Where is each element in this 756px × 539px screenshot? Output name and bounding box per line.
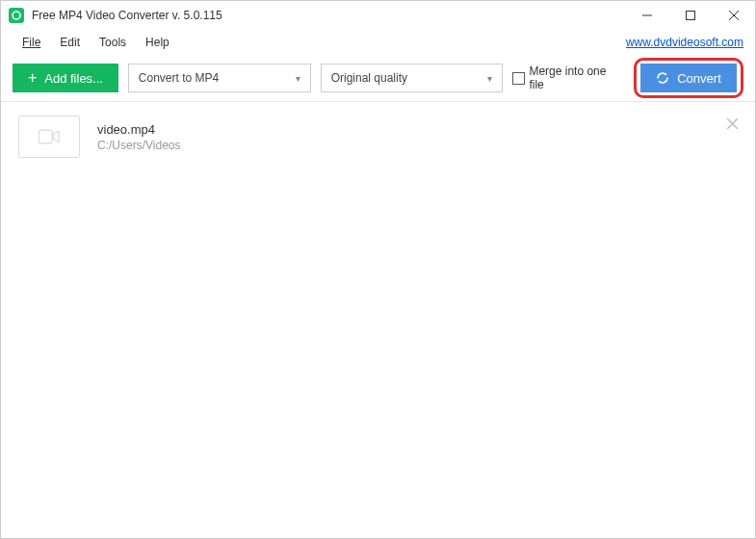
titlebar: Free MP4 Video Converter v. 5.0.115 <box>1 1 755 30</box>
file-thumbnail <box>18 116 80 158</box>
video-icon <box>39 129 60 144</box>
app-icon <box>9 8 24 23</box>
convert-label: Convert <box>677 71 721 86</box>
merge-checkbox-wrap[interactable]: Merge into one file <box>512 64 624 91</box>
file-list: video.mp4 C:/Users/Videos <box>1 101 755 171</box>
add-files-label: Add files... <box>44 71 103 86</box>
maximize-icon <box>686 11 695 20</box>
svg-rect-5 <box>39 130 52 143</box>
window-controls <box>625 1 755 30</box>
close-icon <box>727 118 738 129</box>
convert-button[interactable]: Convert <box>640 64 737 92</box>
remove-file-button[interactable] <box>727 116 738 133</box>
file-name: video.mp4 <box>97 122 180 137</box>
toolbar: + Add files... Convert to MP4 ▾ Original… <box>1 55 755 101</box>
maximize-button[interactable] <box>668 1 712 30</box>
add-files-button[interactable]: + Add files... <box>13 64 118 92</box>
merge-checkbox-label: Merge into one file <box>529 64 624 91</box>
close-icon <box>729 11 739 20</box>
menu-tools[interactable]: Tools <box>90 32 136 53</box>
menubar: File Edit Tools Help www.dvdvideosoft.co… <box>1 30 755 55</box>
format-dropdown[interactable]: Convert to MP4 ▾ <box>128 64 311 92</box>
chevron-down-icon: ▾ <box>487 73 492 84</box>
file-row[interactable]: video.mp4 C:/Users/Videos <box>1 102 755 171</box>
svg-rect-2 <box>686 12 694 20</box>
file-info: video.mp4 C:/Users/Videos <box>97 122 180 152</box>
merge-checkbox[interactable] <box>512 72 525 85</box>
quality-dropdown[interactable]: Original quality ▾ <box>321 64 504 92</box>
minimize-button[interactable] <box>625 1 668 30</box>
file-path: C:/Users/Videos <box>97 139 180 152</box>
quality-dropdown-value: Original quality <box>331 71 407 85</box>
refresh-icon <box>656 71 669 85</box>
format-dropdown-value: Convert to MP4 <box>139 71 219 85</box>
plus-icon: + <box>28 69 37 87</box>
svg-point-0 <box>13 12 20 19</box>
convert-highlight: Convert <box>634 58 743 98</box>
website-link[interactable]: www.dvdvideosoft.com <box>626 36 743 49</box>
close-button[interactable] <box>712 1 755 30</box>
chevron-down-icon: ▾ <box>296 73 300 84</box>
app-title: Free MP4 Video Converter v. 5.0.115 <box>32 9 625 22</box>
menu-file[interactable]: File <box>13 32 50 53</box>
menu-help[interactable]: Help <box>136 32 179 53</box>
menu-edit[interactable]: Edit <box>50 32 90 53</box>
minimize-icon <box>642 11 652 20</box>
